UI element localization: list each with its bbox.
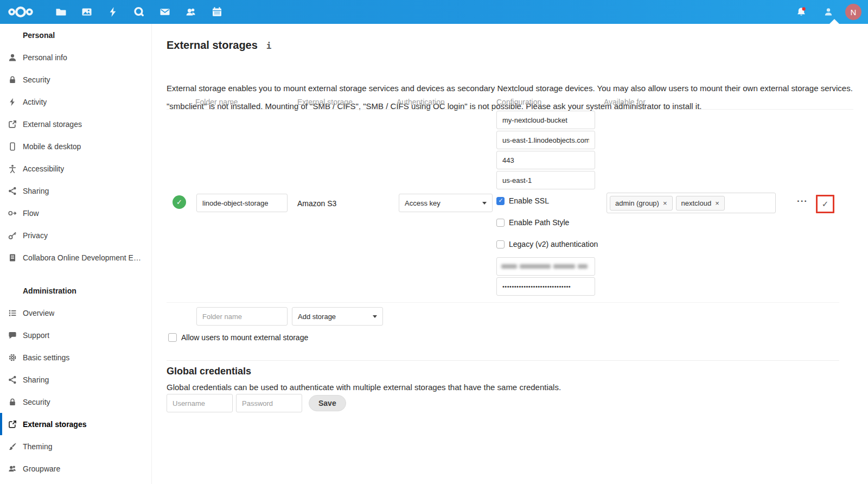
sidebar-item-groupware[interactable]: Groupware — [0, 457, 151, 480]
sidebar-item-overview[interactable]: Overview — [0, 302, 151, 324]
sidebar-item-external-storages-personal[interactable]: External storages — [0, 113, 151, 135]
nextcloud-app: N Personal Personal info Security Activi… — [0, 0, 868, 484]
col-header-available-for: Available for — [604, 98, 646, 106]
authentication-select[interactable]: Access key — [399, 194, 493, 212]
activity-icon[interactable] — [100, 0, 126, 24]
checkbox-box[interactable] — [168, 333, 177, 342]
sidebar-item-personal-info[interactable]: Personal info — [0, 46, 151, 68]
folder-name-input[interactable] — [196, 194, 288, 212]
checkbox-label: Enable SSL — [509, 196, 549, 205]
sidebar-item-accessibility[interactable]: Accessibility — [0, 157, 151, 180]
chat-icon — [8, 331, 17, 340]
new-folder-name-input[interactable] — [196, 307, 288, 326]
info-icon[interactable]: i — [266, 41, 272, 51]
sidebar-item-label: Collabora Online Development Edit... — [23, 253, 145, 262]
global-password-input[interactable] — [236, 394, 302, 412]
checkbox-box[interactable] — [496, 219, 505, 227]
sidebar-item-label: Overview — [23, 309, 54, 317]
section-divider — [167, 360, 839, 361]
col-header-folder-name: Folder name — [195, 98, 238, 106]
remove-chip-icon[interactable]: × — [663, 199, 667, 207]
lock-icon — [8, 75, 17, 84]
chevron-down-icon — [482, 202, 487, 205]
checkbox-box[interactable] — [496, 197, 505, 205]
person-icon — [8, 53, 17, 62]
sidebar-item-flow[interactable]: Flow — [0, 202, 151, 224]
share-icon — [8, 187, 17, 195]
available-for-input[interactable]: admin (group) × nextcloud × — [607, 193, 776, 213]
save-storage-check-button[interactable]: ✓ — [816, 195, 834, 213]
lightning-icon — [8, 98, 17, 106]
sidebar-item-label: External storages — [23, 420, 87, 429]
available-for-chip: admin (group) × — [610, 196, 673, 211]
sidebar-item-security-admin[interactable]: Security — [0, 391, 151, 413]
enable-path-style-checkbox[interactable]: Enable Path Style — [496, 218, 569, 227]
nextcloud-logo-icon[interactable] — [8, 0, 34, 24]
allow-users-mount-checkbox[interactable]: Allow users to mount external storage — [168, 333, 308, 342]
external-link-icon — [8, 420, 17, 429]
remove-chip-icon[interactable]: × — [715, 199, 719, 207]
sidebar-item-mobile-desktop[interactable]: Mobile & desktop — [0, 135, 151, 157]
bucket-input[interactable] — [496, 111, 595, 129]
photos-icon[interactable] — [74, 0, 100, 24]
topbar: N — [0, 0, 868, 24]
port-input[interactable] — [496, 151, 595, 169]
col-header-configuration: Configuration — [496, 98, 541, 106]
checkbox-box[interactable] — [496, 240, 505, 249]
sidebar-item-label: Support — [23, 331, 49, 340]
personal-section-caption: Personal — [0, 24, 151, 46]
sidebar-item-security-personal[interactable]: Security — [0, 68, 151, 91]
sidebar-item-support[interactable]: Support — [0, 324, 151, 346]
add-storage-select-value: Add storage — [298, 313, 336, 321]
sidebar-item-label: Groupware — [23, 464, 60, 473]
sidebar-item-label: Security — [23, 398, 50, 406]
sidebar-item-privacy[interactable]: Privacy — [0, 224, 151, 246]
col-header-authentication: Authentication — [397, 98, 445, 106]
intro-text: External storage enables you to mount ex… — [167, 84, 853, 93]
external-storages-settings: External storagesi External storage enab… — [167, 24, 868, 484]
chip-label: nextcloud — [681, 199, 712, 207]
key-icon — [8, 231, 17, 240]
enable-ssl-checkbox[interactable]: Enable SSL — [496, 196, 549, 205]
calendar-icon[interactable] — [204, 0, 230, 24]
global-username-input[interactable] — [167, 394, 233, 412]
hostname-input[interactable] — [496, 131, 595, 149]
row-divider — [167, 302, 839, 303]
contacts-icon[interactable] — [178, 0, 204, 24]
sidebar-item-label: Security — [23, 75, 50, 84]
save-button[interactable]: Save — [309, 395, 346, 411]
notifications-bell-icon[interactable] — [791, 0, 812, 24]
sidebar-item-label: Personal info — [23, 53, 67, 62]
phone-icon — [8, 142, 17, 151]
sidebar-item-label: Sharing — [23, 187, 49, 195]
check-icon: ✓ — [822, 199, 829, 209]
region-input[interactable] — [496, 171, 595, 189]
sidebar-item-external-storages-admin[interactable]: External storages — [0, 413, 151, 435]
storages-table: Folder name External storage Authenticat… — [167, 98, 853, 303]
secret-key-input[interactable] — [496, 277, 595, 296]
sidebar-item-sharing-personal[interactable]: Sharing — [0, 180, 151, 202]
sidebar-item-sharing-admin[interactable]: Sharing — [0, 368, 151, 391]
flow-icon — [8, 209, 17, 218]
mail-icon[interactable] — [152, 0, 178, 24]
sidebar-item-label: Flow — [23, 209, 39, 218]
files-icon[interactable] — [48, 0, 74, 24]
global-credentials-title: Global credentials — [167, 366, 251, 377]
authentication-select-value: Access key — [405, 199, 441, 207]
avatar-initial: N — [851, 8, 857, 17]
talk-icon[interactable] — [126, 0, 152, 24]
avatar[interactable]: N — [845, 4, 861, 20]
access-key-input-redacted[interactable] — [496, 257, 595, 276]
add-storage-select[interactable]: Add storage — [292, 307, 383, 326]
row-options-ellipsis-button[interactable]: ··· — [793, 196, 812, 209]
sidebar-item-collabora[interactable]: Collabora Online Development Edit... — [0, 246, 151, 269]
checkbox-label: Legacy (v2) authentication — [509, 240, 598, 249]
sidebar-item-activity[interactable]: Activity — [0, 91, 151, 113]
sidebar-item-label: Mobile & desktop — [23, 142, 81, 151]
sidebar-item-theming[interactable]: Theming — [0, 435, 151, 457]
sidebar-item-label: Basic settings — [23, 353, 69, 362]
legacy-auth-checkbox[interactable]: Legacy (v2) authentication — [496, 240, 598, 249]
sidebar-item-basic-settings[interactable]: Basic settings — [0, 346, 151, 368]
list-icon — [8, 309, 17, 317]
checkbox-label: Allow users to mount external storage — [181, 333, 308, 342]
